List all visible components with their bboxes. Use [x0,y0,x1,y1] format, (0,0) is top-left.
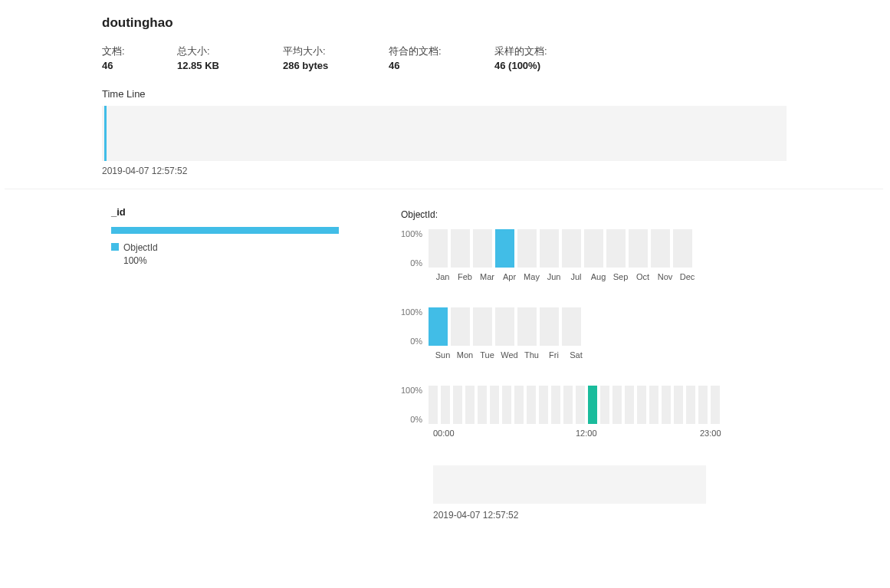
dow-bar-thu[interactable] [517,307,537,346]
hour-bar-3[interactable] [465,386,475,424]
field-type-bar-fill [111,227,339,234]
stat-label: 平均大小: [283,44,360,58]
hour-bar-13[interactable] [588,386,597,424]
hour-x-end: 23:00 [700,429,721,438]
hour-bar-7[interactable] [514,386,524,424]
x-tick: Thu [522,350,541,360]
stat-value: 46 (100%) [494,60,571,71]
dow-bars[interactable] [429,307,581,346]
month-bar-may[interactable] [517,229,537,268]
hour-bar-12[interactable] [576,386,585,424]
hour-bar-21[interactable] [686,386,695,424]
hour-bar-9[interactable] [539,386,548,424]
timeline-caption: 2019-04-07 12:57:52 [102,166,807,176]
month-bar-dec[interactable] [673,229,692,268]
hour-bar-17[interactable] [637,386,646,424]
hour-bar-4[interactable] [478,386,487,424]
x-tick: Oct [633,272,652,281]
bar-fill [588,386,597,424]
stat-total-size: 总大小: 12.85 KB [177,44,254,71]
stat-label: 总大小: [177,44,254,58]
month-bar-jan[interactable] [429,229,448,268]
bar-fill [495,229,514,268]
field-legend: ObjectId 100% [111,241,401,268]
month-bar-feb[interactable] [451,229,470,268]
bar-fill [429,307,448,346]
hour-bar-14[interactable] [600,386,609,424]
y-axis: 100% 0% [401,229,429,268]
hour-bar-22[interactable] [698,386,708,424]
hour-bar-20[interactable] [674,386,683,424]
month-bar-jul[interactable] [562,229,581,268]
hour-bar-11[interactable] [563,386,573,424]
x-tick: May [522,272,541,281]
y-axis: 100% 0% [401,307,429,346]
month-bar-oct[interactable] [629,229,648,268]
stat-sampled-docs: 采样的文档: 46 (100%) [494,44,571,71]
hour-bar-5[interactable] [490,386,499,424]
hour-bar-16[interactable] [625,386,634,424]
x-tick: Apr [500,272,519,281]
hour-bar-2[interactable] [453,386,462,424]
stat-value: 12.85 KB [177,60,254,71]
stats-row: 文档: 46 总大小: 12.85 KB 平均大小: 286 bytes 符合的… [102,44,807,71]
hour-bar-6[interactable] [502,386,511,424]
hour-bar-15[interactable] [612,386,622,424]
field-name: _id [111,206,401,218]
hour-bar-1[interactable] [441,386,450,424]
month-bar-apr[interactable] [495,229,514,268]
dow-bar-fri[interactable] [540,307,559,346]
month-bar-jun[interactable] [540,229,559,268]
hour-bar-23[interactable] [711,386,720,424]
hour-bar-8[interactable] [527,386,536,424]
stat-value: 46 [102,60,148,71]
legend-type: ObjectId [123,242,158,253]
sub-timeline[interactable] [433,465,706,504]
dow-bar-mon[interactable] [451,307,470,346]
dow-x-axis: SunMonTueWedThuFriSat [433,350,723,360]
y-axis: 100% 0% [401,386,429,424]
month-bar-aug[interactable] [584,229,603,268]
y-tick-high: 100% [401,229,422,238]
dow-bar-sun[interactable] [429,307,448,346]
y-tick-high: 100% [401,307,422,317]
month-bars[interactable] [429,229,692,268]
stat-label: 符合的文档: [389,44,465,58]
timeline-bar [104,106,107,161]
x-tick: Dec [678,272,697,281]
timeline-title: Time Line [102,88,807,100]
objectid-title: ObjectId: [401,209,723,220]
stat-value: 286 bytes [283,60,360,71]
y-tick-low: 0% [410,415,422,424]
x-tick: Sep [611,272,630,281]
y-tick-low: 0% [410,258,422,268]
hour-bar-10[interactable] [551,386,560,424]
stat-label: 文档: [102,44,148,58]
legend-percent: 100% [123,255,147,266]
month-bar-mar[interactable] [473,229,492,268]
hour-x-mid: 12:00 [576,429,597,438]
x-tick: Mar [478,272,497,281]
stat-avg-size: 平均大小: 286 bytes [283,44,360,71]
month-bar-nov[interactable] [651,229,670,268]
x-tick: Sun [433,350,452,360]
hour-bar-18[interactable] [649,386,658,424]
dow-bar-tue[interactable] [473,307,492,346]
dow-bar-sat[interactable] [562,307,581,346]
x-tick: Mon [455,350,475,360]
stat-value: 46 [389,60,465,71]
hour-x-start: 00:00 [433,429,455,438]
stat-matching-docs: 符合的文档: 46 [389,44,465,71]
timeline-chart[interactable] [102,106,787,161]
hour-bar-0[interactable] [429,386,438,424]
hour-bars[interactable] [429,386,720,424]
stat-documents: 文档: 46 [102,44,148,71]
hour-bar-19[interactable] [662,386,671,424]
divider [5,189,883,189]
x-tick: Wed [500,350,519,360]
dow-bar-wed[interactable] [495,307,514,346]
x-tick: Jul [567,272,586,281]
month-bar-sep[interactable] [606,229,626,268]
sub-timeline-caption: 2019-04-07 12:57:52 [433,510,723,521]
field-type-bar[interactable] [111,227,339,234]
